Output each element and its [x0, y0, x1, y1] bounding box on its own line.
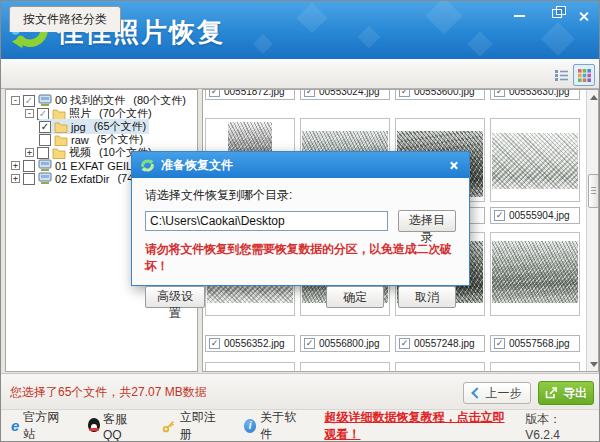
checkbox-partial[interactable]: ✓ [23, 95, 35, 107]
dialog-warning-text: 请勿将文件恢复到您需要恢复数据的分区，以免造成二次破坏！ [145, 241, 456, 275]
destination-path-input[interactable] [145, 211, 388, 231]
thumbnail-card[interactable] [300, 362, 390, 372]
check-icon: ✓ [25, 95, 33, 106]
previous-step-button[interactable]: 上一步 [463, 382, 531, 404]
checkbox-unchecked[interactable] [37, 147, 49, 159]
checkbox-checked[interactable]: ✓ [304, 89, 315, 97]
tutorial-link[interactable]: 超级详细数据恢复教程，点击立即观看！ [325, 409, 517, 442]
checkbox-partial[interactable]: ✓ [37, 108, 49, 120]
thumb-filename-label[interactable]: ✓ 00555904.jpg [490, 207, 580, 224]
customer-service-qq-link[interactable]: 客服QQ [87, 411, 141, 442]
expand-icon[interactable]: + [11, 174, 20, 183]
chevron-left-icon [471, 387, 482, 398]
drive-icon [38, 172, 52, 185]
advanced-settings-button[interactable]: 高级设置 [145, 286, 205, 308]
thumbnail-card[interactable] [205, 362, 295, 372]
close-button[interactable] [578, 8, 600, 25]
folder-icon [54, 134, 68, 146]
thumb-filename-label[interactable]: ✓ 00556352.jpg [205, 335, 295, 352]
close-icon [578, 11, 589, 22]
register-now-link[interactable]: 立即注册 [162, 409, 221, 442]
export-icon [545, 387, 558, 399]
list-view-button[interactable] [550, 64, 572, 86]
thumb-filename: 00557248.jpg [414, 338, 475, 349]
scrollbar-thumb[interactable] [588, 174, 599, 208]
checkbox-checked[interactable]: ✓ [494, 210, 505, 221]
thumbnail-view-button[interactable] [573, 64, 595, 86]
thumb-filename-label[interactable]: ✓ 00557248.jpg [395, 335, 485, 352]
thumbnail-card[interactable] [490, 362, 580, 372]
version-text: 版本： V6.2.4 [525, 411, 591, 442]
footer-bar: e 官方网站 客服QQ 立即注册 i 关于软件 超级详细数据恢复教程，点击立即观… [1, 409, 600, 442]
tree-item-found-files[interactable]: - ✓ 00 找到的文件 (80个文件) [7, 94, 186, 107]
recover-files-dialog: 准备恢复文件 请选择文件恢复到哪个目录: 选择目录 请勿将文件恢复到您需要恢复数… [131, 151, 470, 286]
collapse-icon[interactable]: - [11, 96, 20, 105]
scroll-down-button[interactable] [587, 357, 599, 371]
collapse-icon[interactable]: - [25, 109, 34, 118]
checkbox-unchecked[interactable] [23, 160, 35, 172]
checkbox-checked[interactable]: ✓ [399, 338, 410, 349]
tree-item-label: 02 ExfatDir [55, 173, 109, 185]
thumb-filename-label[interactable]: ✓ 00553024.jpg [300, 89, 390, 100]
check-icon: ✓ [211, 89, 219, 96]
thumbnail-photo [492, 241, 578, 303]
status-bar: 您选择了65个文件，共27.07 MB数据 上一步 导出 [1, 373, 600, 409]
thumb-filename: 00557568.jpg [509, 338, 570, 349]
about-software-link[interactable]: i 关于软件 [244, 409, 303, 442]
checkbox-checked[interactable]: ✓ [209, 338, 220, 349]
check-icon: ✓ [41, 121, 49, 132]
ok-button[interactable]: 确定 [326, 286, 384, 308]
thumb-filename-label[interactable]: ✓ 00556800.jpg [300, 335, 390, 352]
thumb-filename: 00556352.jpg [224, 338, 285, 349]
cancel-button[interactable]: 取消 [398, 286, 456, 308]
tree-item-label: jpg [71, 121, 86, 133]
checkbox-unchecked[interactable] [23, 173, 35, 185]
thumb-filename: 00553024.jpg [319, 89, 380, 97]
mosaic-deco [467, 31, 492, 56]
scroll-up-button[interactable] [587, 90, 599, 104]
export-label: 导出 [563, 385, 587, 402]
checkbox-checked[interactable]: ✓ [494, 338, 505, 349]
tree-item-exfatdir[interactable]: + 02 ExfatDir (74个 [7, 172, 144, 185]
thumbnail-card[interactable] [395, 362, 485, 372]
thumb-filename: 00553600.jpg [414, 89, 475, 97]
browse-directory-button[interactable]: 选择目录 [398, 210, 456, 232]
expand-icon[interactable]: + [25, 148, 34, 157]
vertical-scrollbar[interactable] [586, 90, 599, 371]
official-website-label: 官方网站 [23, 409, 64, 442]
check-icon: ✓ [401, 89, 409, 96]
thumb-filename-label[interactable]: ✓ 00553630.jpg [490, 89, 580, 100]
check-icon: ✓ [306, 89, 314, 96]
dialog-logo-icon [140, 158, 155, 173]
dialog-close-button[interactable] [445, 157, 461, 173]
checkbox-checked[interactable]: ✓ [399, 89, 410, 97]
checkbox-checked[interactable]: ✓ [494, 89, 505, 97]
official-website-link[interactable]: e 官方网站 [11, 409, 65, 442]
checkbox-unchecked[interactable] [39, 134, 51, 146]
expand-icon[interactable]: + [11, 161, 20, 170]
dialog-title: 准备恢复文件 [161, 157, 233, 174]
tab-file-path[interactable]: 按文件路径分类 [9, 6, 121, 32]
selection-status-text: 您选择了65个文件，共27.07 MB数据 [10, 384, 207, 401]
arrow-down-icon [590, 362, 598, 367]
arrow-up-icon [590, 95, 598, 100]
restore-button[interactable] [547, 5, 569, 22]
check-icon: ✓ [306, 338, 314, 348]
thumb-filename-label[interactable]: ✓ 00553600.jpg [395, 89, 485, 100]
tree-item-label: 视频 [69, 145, 91, 160]
checkbox-checked[interactable]: ✓ [39, 121, 51, 133]
dialog-body: 请选择文件恢复到哪个目录: 选择目录 请勿将文件恢复到您需要恢复数据的分区，以免… [132, 178, 469, 285]
browser-icon: e [11, 419, 19, 433]
checkbox-checked[interactable]: ✓ [209, 89, 220, 97]
export-button[interactable]: 导出 [538, 381, 594, 405]
thumb-filename-label[interactable]: ✓ 00557568.jpg [490, 335, 580, 352]
minimize-button[interactable] [509, 5, 531, 22]
thumbnail-card[interactable] [490, 232, 580, 316]
thumbnail-card[interactable] [490, 118, 580, 202]
tree-item-videos[interactable]: + 视频 (10个文件) [7, 146, 152, 159]
thumb-filename: 00556800.jpg [319, 338, 380, 349]
checkbox-checked[interactable]: ✓ [304, 338, 315, 349]
thumb-filename-label[interactable]: ✓ 00551872.jpg [205, 89, 295, 100]
thumb-filename: 00555904.jpg [509, 210, 570, 221]
check-icon: ✓ [496, 338, 504, 348]
